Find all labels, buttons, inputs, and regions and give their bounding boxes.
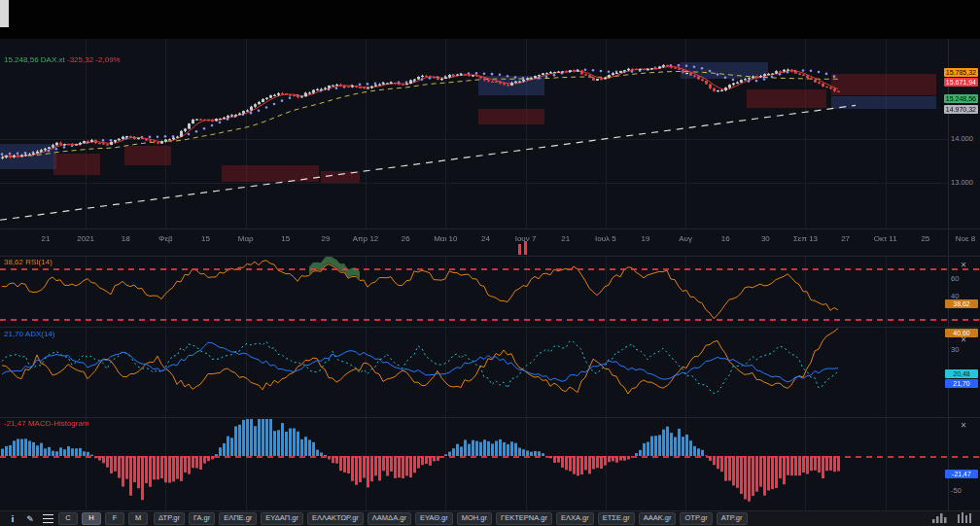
time-tick: 30 <box>746 234 785 243</box>
trading-app-window: 15.248,56 DAX.xt -325,32 -2,09% 14.000 1… <box>0 0 980 526</box>
watchlist-icon[interactable] <box>41 513 54 525</box>
ticker-button[interactable]: ΔΤΡ.gr <box>154 512 185 525</box>
ticker-button[interactable]: ΕΤΣΕ.gr <box>598 512 635 525</box>
adx-grid-label: 30 <box>951 345 980 354</box>
time-tick: Οκτ 11 <box>866 234 905 243</box>
ticker-button[interactable]: ΛΑΜΔΑ.gr <box>368 512 411 525</box>
adx-value-badge: 21,70 <box>945 379 978 388</box>
time-tick: Ιουλ 5 <box>586 234 625 243</box>
ticker-button[interactable]: ΓΕΚΤΕΡΝΑ.gr <box>496 512 552 525</box>
overflow-volume-bar <box>524 241 527 255</box>
time-tick: 26 <box>386 234 425 243</box>
rsi-close-icon[interactable]: ✕ <box>959 261 968 270</box>
ticker-button[interactable]: ΕΛΠΕ.gr <box>219 512 257 525</box>
top-left-marker <box>0 0 9 27</box>
rsi-pane-label[interactable]: 38,62 RSI(14) <box>4 258 52 266</box>
ticker-button[interactable]: ΕΛΛΑΚΤΩΡ.gr <box>307 512 364 525</box>
timeframe-button-M[interactable]: M <box>128 512 148 525</box>
time-tick: Νοε 8 <box>946 234 980 243</box>
stop-price-badge: 15.671,94 <box>944 78 978 87</box>
timeframe-buttons: CHFM <box>58 512 148 525</box>
separator-adx-top[interactable] <box>0 327 980 328</box>
time-tick: 24 <box>466 234 505 243</box>
last-price: 15.248,56 <box>4 55 39 64</box>
draw-pencil-icon[interactable]: ✎ <box>23 513 37 525</box>
adx-close-icon[interactable]: ✕ <box>959 335 968 345</box>
time-tick: Μαρ <box>227 234 265 243</box>
low-price-badge: 14.970,32 <box>944 105 978 114</box>
macd-grid-label: -50 <box>951 486 980 495</box>
ticker-button[interactable]: ΕΥΑΘ.gr <box>415 512 453 525</box>
time-tick: 19 <box>626 234 665 243</box>
separator-macd-top[interactable] <box>0 417 980 418</box>
time-tick: 16 <box>706 234 745 243</box>
list-glyph <box>43 514 53 523</box>
time-tick: 27 <box>826 234 865 243</box>
separator-rsi-top[interactable] <box>0 256 980 257</box>
ticker-button[interactable]: ΕΥΔΑΠ.gr <box>261 512 303 525</box>
macd-value-badge: -21,47 <box>945 470 978 478</box>
time-tick: 15 <box>266 234 305 243</box>
ticker-button[interactable]: ΕΛΧΑ.gr <box>556 512 594 525</box>
time-tick: Μαι 10 <box>426 234 465 243</box>
info-icon[interactable]: i <box>6 513 19 525</box>
ticker-button[interactable]: ΑΑΑΚ.gr <box>639 512 677 525</box>
ticker-button[interactable]: ΟΤΡ.gr <box>680 512 712 525</box>
bottom-toolbar: i ✎ CHFM ΔΤΡ.grΓΑ.grΕΛΠΕ.grΕΥΔΑΠ.grΕΛΛΑΚ… <box>0 510 980 526</box>
time-tick: 18 <box>106 234 145 243</box>
time-tick: 21 <box>26 234 65 243</box>
price-axis-label: 13.000 <box>951 178 980 187</box>
time-tick: 2021 <box>66 234 105 243</box>
overflow-volume-bar <box>518 244 521 255</box>
ticker-button[interactable]: ΓΑ.gr <box>189 512 215 525</box>
main-price-chart[interactable] <box>0 39 948 228</box>
time-tick: Αυγ <box>666 234 705 243</box>
time-tick: 21 <box>546 234 585 243</box>
time-tick: 29 <box>306 234 345 243</box>
ticker-button[interactable]: ΜΟΗ.gr <box>457 512 492 525</box>
time-tick: Απρ 12 <box>346 234 385 243</box>
histogram-icon[interactable] <box>957 512 972 523</box>
price-change: -325,32 <box>67 55 93 64</box>
ticker-buttons: ΔΤΡ.grΓΑ.grΕΛΠΕ.grΕΥΔΑΠ.grΕΛΛΑΚΤΩΡ.grΛΑΜ… <box>154 512 748 525</box>
price-axis-label: 14.000 <box>951 134 980 143</box>
timeframe-button-F[interactable]: F <box>105 512 124 525</box>
time-tick: 25 <box>906 234 945 243</box>
symbol-legend[interactable]: 15.248,56 DAX.xt -325,32 -2,09% <box>4 55 121 64</box>
symbol-name: DAX.xt <box>41 55 65 64</box>
adx-pane-chart[interactable] <box>0 328 948 417</box>
toolbar-right-icons <box>931 512 972 523</box>
price-change-pct: -2,09% <box>95 55 120 64</box>
rsi-upper-level-line <box>0 268 980 270</box>
top-bar <box>0 0 980 39</box>
di-plus-badge: 20,48 <box>945 369 978 378</box>
rsi-lower-level-line <box>0 319 980 321</box>
ticker-button[interactable]: ΑΤΡ.gr <box>717 512 748 525</box>
macd-zero-line <box>0 456 980 458</box>
time-axis[interactable]: 21202118Φεβ15Μαρ1529Απρ 1226Μαι 1024Ιουν… <box>0 228 980 256</box>
timeframe-button-C[interactable]: C <box>58 512 78 525</box>
timeframe-button-H[interactable]: H <box>82 512 101 525</box>
time-tick: Φεβ <box>146 234 185 243</box>
macd-pane-chart[interactable] <box>0 417 948 510</box>
time-tick: Σεπ 13 <box>786 234 824 243</box>
last-price-badge: 15.248,56 <box>944 94 978 103</box>
adx-pane-label[interactable]: 21,70 ADX(14) <box>4 330 54 338</box>
rsi-value-badge: 38,62 <box>945 299 978 308</box>
rsi-grid-label: 60 <box>951 274 980 283</box>
macd-pane-label[interactable]: -21,47 MACD-Histogram <box>4 419 89 428</box>
macd-close-icon[interactable]: ✕ <box>959 421 968 431</box>
signal-bars-icon[interactable] <box>931 512 947 523</box>
high-price-badge: 15.785,32 <box>944 68 978 77</box>
rsi-pane-chart[interactable] <box>0 256 948 326</box>
time-tick: 15 <box>187 234 226 243</box>
